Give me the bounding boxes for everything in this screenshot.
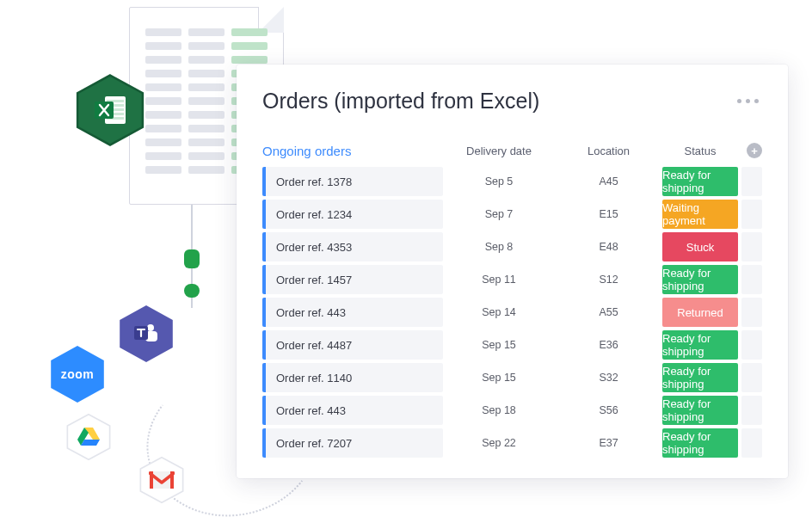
table-row[interactable]: Order ref. 1457Sep 11S12Ready for shippi… bbox=[262, 265, 762, 294]
status-badge: Waiting payment bbox=[662, 200, 738, 229]
location-cell[interactable]: S56 bbox=[555, 396, 662, 425]
row-tail bbox=[741, 232, 762, 262]
row-tail bbox=[741, 298, 762, 327]
delivery-date-cell[interactable]: Sep 18 bbox=[443, 396, 555, 425]
table-row[interactable]: Order ref. 1234Sep 7E15Waiting payment bbox=[262, 200, 762, 229]
location-cell[interactable]: S12 bbox=[555, 265, 662, 294]
gmail-icon bbox=[138, 456, 186, 504]
column-status: Status bbox=[662, 145, 738, 157]
status-badge: Ready for shipping bbox=[662, 330, 738, 360]
status-badge: Ready for shipping bbox=[662, 396, 738, 425]
row-tail bbox=[741, 265, 762, 294]
status-cell[interactable]: Ready for shipping bbox=[662, 330, 738, 360]
delivery-date-cell[interactable]: Sep 15 bbox=[443, 363, 555, 392]
add-column-button[interactable]: + bbox=[747, 143, 762, 158]
status-cell[interactable]: Ready for shipping bbox=[662, 428, 738, 458]
order-ref-cell[interactable]: Order ref. 4487 bbox=[262, 330, 443, 360]
card-title: Orders (imported from Excel) bbox=[262, 89, 539, 114]
status-badge: Ready for shipping bbox=[662, 265, 738, 294]
table-row[interactable]: Order ref. 1378Sep 5A45Ready for shippin… bbox=[262, 167, 762, 196]
orders-card: Orders (imported from Excel) Ongoing ord… bbox=[237, 65, 788, 478]
delivery-date-cell[interactable]: Sep 8 bbox=[443, 232, 555, 262]
location-cell[interactable]: A55 bbox=[555, 298, 662, 327]
table-row[interactable]: Order ref. 443Sep 14A55Returned bbox=[262, 298, 762, 327]
status-badge: Stuck bbox=[662, 232, 738, 262]
column-location: Location bbox=[555, 145, 662, 157]
location-cell[interactable]: S32 bbox=[555, 363, 662, 392]
svg-rect-18 bbox=[150, 471, 174, 489]
table-header: Ongoing orders Delivery date Location St… bbox=[262, 143, 762, 158]
order-ref-cell[interactable]: Order ref. 443 bbox=[262, 396, 443, 425]
status-cell[interactable]: Ready for shipping bbox=[662, 396, 738, 425]
order-ref-cell[interactable]: Order ref. 1140 bbox=[262, 363, 443, 392]
svg-rect-20 bbox=[170, 471, 174, 489]
google-drive-icon bbox=[65, 413, 113, 461]
connector-node bbox=[184, 284, 200, 298]
status-cell[interactable]: Ready for shipping bbox=[662, 265, 738, 294]
row-tail bbox=[741, 167, 762, 196]
row-tail bbox=[741, 330, 762, 360]
table-row[interactable]: Order ref. 443Sep 18S56Ready for shippin… bbox=[262, 396, 762, 425]
location-cell[interactable]: E37 bbox=[555, 428, 662, 458]
table-row[interactable]: Order ref. 7207Sep 22E37Ready for shippi… bbox=[262, 428, 762, 458]
delivery-date-cell[interactable]: Sep 5 bbox=[443, 167, 555, 196]
card-header: Orders (imported from Excel) bbox=[262, 89, 762, 114]
location-cell[interactable]: A45 bbox=[555, 167, 662, 196]
status-badge: Ready for shipping bbox=[662, 363, 738, 392]
table-row[interactable]: Order ref. 1140Sep 15S32Ready for shippi… bbox=[262, 363, 762, 392]
delivery-date-cell[interactable]: Sep 11 bbox=[443, 265, 555, 294]
delivery-date-cell[interactable]: Sep 7 bbox=[443, 200, 555, 229]
zoom-icon: zoom bbox=[47, 344, 108, 404]
location-cell[interactable]: E48 bbox=[555, 232, 662, 262]
order-ref-cell[interactable]: Order ref. 4353 bbox=[262, 232, 443, 262]
location-cell[interactable]: E15 bbox=[555, 200, 662, 229]
order-ref-cell[interactable]: Order ref. 7207 bbox=[262, 428, 443, 458]
teams-icon bbox=[116, 304, 176, 364]
delivery-date-cell[interactable]: Sep 22 bbox=[443, 428, 555, 458]
status-cell[interactable]: Returned bbox=[662, 298, 738, 327]
svg-point-9 bbox=[147, 324, 154, 331]
order-ref-cell[interactable]: Order ref. 443 bbox=[262, 298, 443, 327]
connector-node bbox=[184, 249, 200, 268]
location-cell[interactable]: E36 bbox=[555, 330, 662, 360]
section-label: Ongoing orders bbox=[262, 144, 443, 158]
column-delivery-date: Delivery date bbox=[443, 145, 555, 157]
order-ref-cell[interactable]: Order ref. 1457 bbox=[262, 265, 443, 294]
row-tail bbox=[741, 428, 762, 458]
table-body: Order ref. 1378Sep 5A45Ready for shippin… bbox=[262, 167, 762, 458]
status-cell[interactable]: Ready for shipping bbox=[662, 363, 738, 392]
status-cell[interactable]: Ready for shipping bbox=[662, 167, 738, 196]
status-badge: Ready for shipping bbox=[662, 167, 738, 196]
status-badge: Returned bbox=[662, 298, 738, 327]
order-ref-cell[interactable]: Order ref. 1378 bbox=[262, 167, 443, 196]
table-row[interactable]: Order ref. 4487Sep 15E36Ready for shippi… bbox=[262, 330, 762, 360]
delivery-date-cell[interactable]: Sep 14 bbox=[443, 298, 555, 327]
order-ref-cell[interactable]: Order ref. 1234 bbox=[262, 200, 443, 229]
row-tail bbox=[741, 363, 762, 392]
row-tail bbox=[741, 200, 762, 229]
svg-rect-19 bbox=[150, 471, 153, 489]
more-menu-button[interactable] bbox=[734, 95, 762, 107]
table-row[interactable]: Order ref. 4353Sep 8E48Stuck bbox=[262, 232, 762, 262]
status-badge: Ready for shipping bbox=[662, 428, 738, 458]
delivery-date-cell[interactable]: Sep 15 bbox=[443, 330, 555, 360]
status-cell[interactable]: Stuck bbox=[662, 232, 738, 262]
row-tail bbox=[741, 396, 762, 425]
status-cell[interactable]: Waiting payment bbox=[662, 200, 738, 229]
excel-icon bbox=[73, 73, 147, 147]
